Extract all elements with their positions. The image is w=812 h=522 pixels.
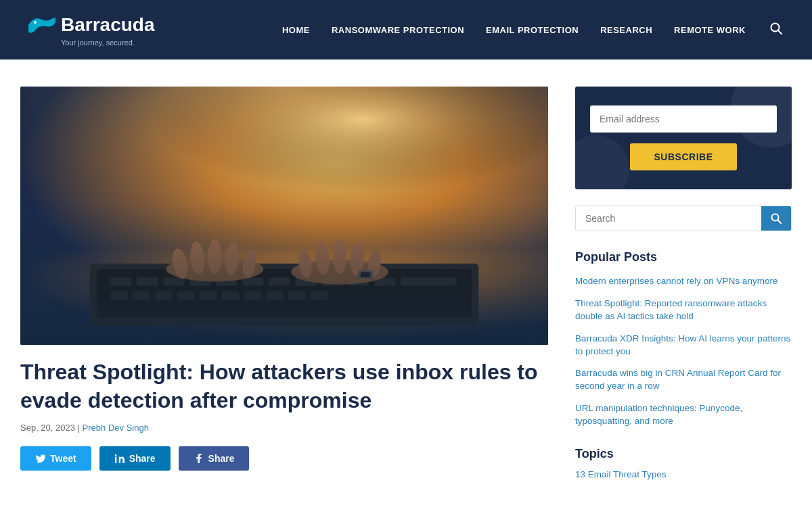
svg-rect-7 [97, 269, 472, 318]
search-submit-button[interactable] [761, 206, 791, 231]
popular-post-link-3[interactable]: Barracuda XDR Insights: How AI learns yo… [575, 333, 792, 358]
article-author[interactable]: Prebh Dev Singh [83, 423, 149, 433]
popular-posts-section: Popular Posts Modern enterprises cannot … [575, 250, 792, 428]
svg-rect-23 [177, 291, 195, 300]
site-header: Barracuda Your journey, secured. HOME RA… [0, 0, 812, 60]
linkedin-share-label: Share [129, 453, 156, 464]
svg-point-41 [366, 248, 384, 279]
svg-rect-15 [295, 277, 316, 285]
search-icon [770, 22, 782, 34]
search-submit-icon [771, 213, 782, 224]
svg-rect-9 [137, 277, 158, 285]
barracuda-logo-icon [27, 13, 57, 37]
nav-ransomware-protection[interactable]: RANSOMWARE PROTECTION [332, 25, 464, 35]
nav-research[interactable]: RESEARCH [600, 25, 652, 35]
facebook-share-button[interactable]: Share [179, 446, 250, 471]
svg-rect-44 [20, 87, 548, 264]
nav-home[interactable]: HOME [282, 25, 310, 35]
article-meta-separator: | [78, 423, 83, 433]
svg-rect-29 [311, 291, 328, 300]
svg-rect-8 [110, 277, 131, 285]
svg-rect-22 [155, 291, 173, 300]
search-box [575, 206, 792, 231]
svg-rect-18 [374, 277, 395, 285]
svg-rect-20 [110, 291, 128, 300]
svg-point-40 [348, 241, 365, 276]
svg-rect-12 [216, 277, 237, 285]
svg-point-32 [171, 247, 189, 280]
facebook-share-label: Share [208, 453, 235, 464]
topic-link-1[interactable]: 13 Email Threat Types [575, 469, 792, 479]
svg-point-0 [34, 21, 37, 24]
popular-post-link-1[interactable]: Modern enterprises cannot rely on VPNs a… [575, 275, 792, 288]
svg-rect-13 [242, 277, 263, 285]
subscribe-box: SUBSCRIBE [575, 87, 792, 189]
svg-point-39 [333, 239, 347, 274]
svg-rect-21 [133, 291, 150, 300]
sidebar: SUBSCRIBE Popular Posts Modern enterpris… [575, 87, 792, 486]
svg-point-36 [241, 248, 258, 279]
logo-name: Barracuda [61, 14, 155, 36]
article-meta: Sep. 20, 2023 | Prebh Dev Singh [20, 423, 548, 433]
svg-point-34 [208, 239, 222, 274]
popular-posts-title: Popular Posts [575, 250, 792, 264]
svg-rect-11 [189, 277, 210, 285]
svg-rect-14 [269, 277, 290, 285]
main-nav: HOME RANSOMWARE PROTECTION EMAIL PROTECT… [282, 20, 785, 41]
twitter-share-label: Tweet [50, 453, 76, 464]
svg-rect-5 [20, 250, 548, 345]
article-title: Threat Spotlight: How attackers use inbo… [20, 358, 548, 414]
subscribe-button[interactable]: SUBSCRIBE [630, 143, 738, 170]
svg-point-30 [166, 257, 264, 282]
topics-section: Topics 13 Email Threat Types [575, 447, 792, 479]
popular-post-link-2[interactable]: Threat Spotlight: Reported ransomware at… [575, 298, 792, 323]
svg-point-35 [224, 241, 241, 276]
nav-remote-work[interactable]: REMOTE WORK [674, 25, 746, 35]
svg-rect-19 [401, 277, 456, 285]
facebook-icon [194, 453, 204, 464]
article-section: Threat Spotlight: How attackers use inbo… [20, 87, 548, 486]
svg-point-33 [189, 241, 206, 275]
svg-rect-26 [244, 291, 261, 300]
svg-rect-6 [90, 264, 479, 326]
svg-rect-17 [348, 277, 369, 285]
logo-area: Barracuda Your journey, secured. [27, 13, 155, 47]
header-search-button[interactable] [767, 20, 785, 41]
svg-line-46 [778, 220, 782, 224]
email-input[interactable] [590, 105, 777, 133]
search-input[interactable] [576, 206, 761, 231]
svg-rect-27 [266, 291, 284, 300]
svg-point-31 [291, 260, 388, 285]
svg-rect-42 [358, 270, 374, 279]
svg-rect-28 [288, 291, 306, 300]
svg-rect-16 [321, 277, 342, 285]
topics-title: Topics [575, 447, 792, 461]
svg-rect-25 [222, 291, 240, 300]
svg-rect-10 [163, 277, 184, 285]
page-container: Threat Spotlight: How attackers use inbo… [0, 60, 812, 513]
logo-tagline: Your journey, secured. [61, 39, 135, 47]
svg-point-38 [314, 241, 331, 275]
article-date: Sep. 20, 2023 [20, 423, 75, 433]
svg-point-37 [296, 248, 314, 279]
svg-rect-24 [200, 291, 217, 300]
twitter-icon [35, 453, 46, 464]
popular-post-link-5[interactable]: URL manipulation techniques: Punycode, t… [575, 402, 792, 428]
svg-rect-43 [361, 272, 370, 277]
twitter-share-button[interactable]: Tweet [20, 446, 91, 471]
linkedin-share-button[interactable]: Share [99, 446, 171, 471]
svg-line-2 [778, 30, 782, 34]
nav-email-protection[interactable]: EMAIL PROTECTION [486, 25, 579, 35]
share-buttons: Tweet Share Share [20, 446, 548, 471]
hero-image [20, 87, 548, 345]
linkedin-icon [114, 453, 125, 464]
popular-post-link-4[interactable]: Barracuda wins big in CRN Annual Report … [575, 367, 792, 393]
